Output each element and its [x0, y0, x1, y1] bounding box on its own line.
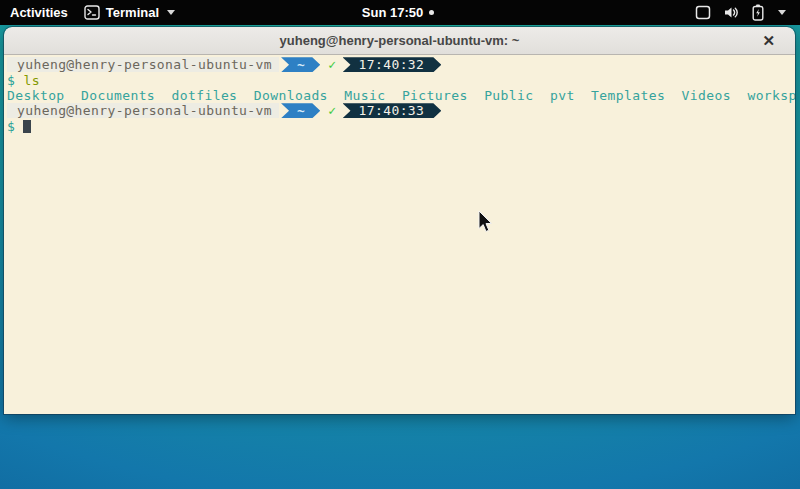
ls-output-line: Desktop Documents dotfiles Downloads Mus… [7, 88, 795, 103]
activities-button[interactable]: Activities [10, 5, 68, 20]
chevron-down-icon [778, 10, 786, 15]
chevron-down-icon [167, 10, 175, 15]
terminal-content[interactable]: yuheng@henry-personal-ubuntu-vm ~ ✓ 17:4… [4, 55, 795, 414]
command-line: $ ls [7, 72, 795, 87]
prompt-user-host: yuheng@henry-personal-ubuntu-vm [7, 103, 279, 118]
close-button[interactable]: ✕ [756, 27, 781, 54]
prompt-cwd-segment: ~ [281, 57, 320, 72]
text-cursor [23, 120, 31, 133]
status-ok-icon: ✓ [328, 57, 336, 72]
desktop-background: Activities Terminal Sun 17:50 [0, 0, 800, 489]
prompt-line: yuheng@henry-personal-ubuntu-vm ~ ✓ 17:4… [7, 57, 795, 72]
screen-icon [695, 5, 711, 20]
prompt-time-segment: 17:40:32 [343, 57, 442, 72]
prompt-user-host: yuheng@henry-personal-ubuntu-vm [7, 57, 279, 72]
prompt-line: yuheng@henry-personal-ubuntu-vm ~ ✓ 17:4… [7, 103, 795, 118]
prompt-symbol: $ [7, 119, 15, 134]
battery-charging-icon [752, 4, 764, 21]
status-ok-icon: ✓ [328, 103, 336, 118]
clock-button[interactable]: Sun 17:50 [362, 5, 434, 20]
window-title: yuheng@henry-personal-ubuntu-vm: ~ [280, 33, 520, 48]
window-titlebar[interactable]: yuheng@henry-personal-ubuntu-vm: ~ ✕ [4, 27, 795, 55]
terminal-window: yuheng@henry-personal-ubuntu-vm: ~ ✕ yuh… [4, 27, 795, 414]
app-menu-terminal[interactable]: Terminal [84, 5, 175, 20]
volume-icon [723, 5, 740, 20]
prompt-time-segment: 17:40:33 [343, 103, 442, 118]
app-menu-label: Terminal [106, 5, 159, 20]
input-line[interactable]: $ [7, 119, 795, 134]
prompt-symbol: $ [7, 73, 15, 88]
command-text: ls [23, 73, 39, 88]
clock-label: Sun 17:50 [362, 5, 423, 20]
top-bar: Activities Terminal Sun 17:50 [0, 0, 800, 25]
system-status-area[interactable] [434, 4, 800, 21]
terminal-app-icon [84, 5, 100, 20]
prompt-cwd-segment: ~ [281, 103, 320, 118]
